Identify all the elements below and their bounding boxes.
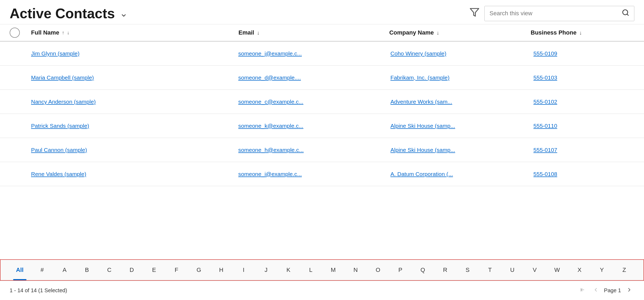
page-label: Page 1 <box>604 287 621 294</box>
sort-up-icon[interactable]: ↑ <box>62 30 64 35</box>
cell-name: Patrick Sands (sample) <box>31 123 238 129</box>
sort-down-icon[interactable]: ↓ <box>67 30 69 35</box>
contact-phone-link[interactable]: 555-0108 <box>533 171 557 177</box>
search-input[interactable] <box>489 10 619 17</box>
contact-company-link[interactable]: Alpine Ski House (samp... <box>390 147 455 153</box>
cell-phone: 555-0103 <box>533 74 634 81</box>
alpha-item-q[interactable]: Q <box>412 260 434 280</box>
filter-icon[interactable] <box>469 7 480 20</box>
alpha-item-n[interactable]: N <box>344 260 367 280</box>
cell-email: someone_d@example.... <box>238 74 390 81</box>
alpha-item-c[interactable]: C <box>98 260 120 280</box>
table-row: Paul Cannon (sample) someone_h@example.c… <box>0 138 644 162</box>
cell-name: Maria Campbell (sample) <box>31 74 238 81</box>
col-header-email: Email ↓ <box>238 29 389 36</box>
cell-email: someone_h@example.c... <box>238 147 390 153</box>
cell-company: Alpine Ski House (samp... <box>390 147 533 153</box>
prev-page-button[interactable] <box>591 285 601 296</box>
contact-name-link[interactable]: Patrick Sands (sample) <box>31 123 89 129</box>
alpha-item-h[interactable]: H <box>210 260 232 280</box>
cell-company: Fabrikam, Inc. (sample) <box>390 74 533 81</box>
contact-email-link[interactable]: someone_k@example.c... <box>238 123 303 129</box>
contact-name-link[interactable]: Maria Campbell (sample) <box>31 74 94 81</box>
contact-company-link[interactable]: Alpine Ski House (samp... <box>390 123 455 129</box>
col-company-sort-icon[interactable]: ↓ <box>436 30 439 36</box>
contact-company-link[interactable]: A. Datum Corporation (... <box>390 171 453 177</box>
alpha-item-u[interactable]: U <box>501 260 524 280</box>
cell-name: Paul Cannon (sample) <box>31 147 238 153</box>
table-body: Jim Glynn (sample) someone_j@example.c..… <box>0 42 644 259</box>
cell-company: Coho Winery (sample) <box>390 50 533 57</box>
alpha-item-s[interactable]: S <box>456 260 479 280</box>
alpha-item-r[interactable]: R <box>434 260 457 280</box>
col-email-sort-icon[interactable]: ↓ <box>257 30 259 36</box>
alpha-item-x[interactable]: X <box>568 260 591 280</box>
col-phone-sort-icon[interactable]: ↓ <box>579 30 582 36</box>
cell-phone: 555-0109 <box>533 50 634 57</box>
next-page-button[interactable] <box>624 285 634 296</box>
first-page-button[interactable] <box>577 285 587 296</box>
contact-email-link[interactable]: someone_c@example.c... <box>238 99 303 105</box>
alpha-item-#[interactable]: # <box>31 260 54 280</box>
pagination: Page 1 <box>577 285 634 296</box>
alpha-item-k[interactable]: K <box>277 260 300 280</box>
cell-phone: 555-0108 <box>533 171 634 177</box>
contact-email-link[interactable]: someone_j@example.c... <box>238 50 302 57</box>
alpha-item-m[interactable]: M <box>322 260 345 280</box>
title-chevron-icon[interactable]: ⌄ <box>120 8 128 19</box>
contact-company-link[interactable]: Adventure Works (sam... <box>390 99 452 105</box>
contact-name-link[interactable]: Nancy Anderson (sample) <box>31 99 96 105</box>
col-header-company: Company Name ↓ <box>389 29 531 36</box>
alpha-item-p[interactable]: P <box>389 260 412 280</box>
contact-email-link[interactable]: someone_d@example.... <box>238 74 301 81</box>
cell-name: Nancy Anderson (sample) <box>31 99 238 105</box>
cell-email: someone_j@example.c... <box>238 50 390 57</box>
select-all-checkbox-col <box>10 28 31 38</box>
alpha-item-f[interactable]: F <box>165 260 188 280</box>
search-icon <box>622 9 629 18</box>
cell-company: Alpine Ski House (samp... <box>390 123 533 129</box>
cell-company: Adventure Works (sam... <box>390 99 533 105</box>
col-header-name: Full Name ↑ ↓ <box>31 29 238 36</box>
cell-email: someone_i@example.c... <box>238 171 390 177</box>
alpha-item-l[interactable]: L <box>300 260 322 280</box>
alpha-item-t[interactable]: T <box>479 260 501 280</box>
contact-email-link[interactable]: someone_h@example.c... <box>238 147 304 153</box>
alpha-item-b[interactable]: B <box>76 260 98 280</box>
record-count: 1 - 14 of 14 (1 Selected) <box>10 287 67 294</box>
alpha-item-j[interactable]: J <box>255 260 277 280</box>
alpha-item-y[interactable]: Y <box>591 260 613 280</box>
alpha-item-d[interactable]: D <box>120 260 143 280</box>
contact-company-link[interactable]: Coho Winery (sample) <box>390 50 446 57</box>
alpha-item-z[interactable]: Z <box>613 260 635 280</box>
alpha-item-all[interactable]: All <box>9 260 31 280</box>
contact-name-link[interactable]: Paul Cannon (sample) <box>31 147 87 153</box>
alpha-item-a[interactable]: A <box>53 260 76 280</box>
table-row: Rene Valdes (sample) someone_i@example.c… <box>0 162 644 186</box>
alpha-item-g[interactable]: G <box>188 260 210 280</box>
cell-name: Jim Glynn (sample) <box>31 50 238 57</box>
contact-email-link[interactable]: someone_i@example.c... <box>238 171 302 177</box>
contact-phone-link[interactable]: 555-0109 <box>533 50 557 57</box>
cell-phone: 555-0107 <box>533 147 634 153</box>
table-row: Nancy Anderson (sample) someone_c@exampl… <box>0 90 644 114</box>
contact-phone-link[interactable]: 555-0102 <box>533 99 557 105</box>
svg-line-2 <box>627 14 628 15</box>
cell-name: Rene Valdes (sample) <box>31 171 238 177</box>
contact-phone-link[interactable]: 555-0110 <box>533 123 557 129</box>
contact-company-link[interactable]: Fabrikam, Inc. (sample) <box>390 74 450 81</box>
select-all-checkbox[interactable] <box>10 28 20 38</box>
alpha-item-w[interactable]: W <box>546 260 568 280</box>
alpha-item-i[interactable]: I <box>232 260 255 280</box>
contact-name-link[interactable]: Rene Valdes (sample) <box>31 171 86 177</box>
cell-phone: 555-0110 <box>533 123 634 129</box>
contact-phone-link[interactable]: 555-0103 <box>533 74 557 81</box>
contact-name-link[interactable]: Jim Glynn (sample) <box>31 50 80 57</box>
alpha-item-o[interactable]: O <box>367 260 389 280</box>
page-wrapper: Active Contacts ⌄ <box>0 0 644 300</box>
alpha-item-v[interactable]: V <box>524 260 546 280</box>
cell-email: someone_k@example.c... <box>238 123 390 129</box>
alpha-item-e[interactable]: E <box>143 260 165 280</box>
contact-phone-link[interactable]: 555-0107 <box>533 147 557 153</box>
svg-marker-0 <box>470 9 479 16</box>
